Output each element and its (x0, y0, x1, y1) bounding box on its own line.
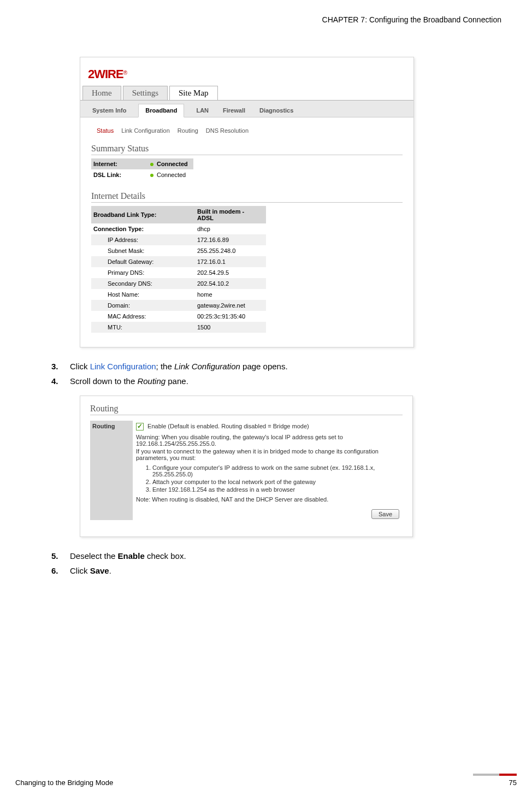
step-text: Scroll down to the Routing pane. (70, 376, 501, 386)
enable-label: Enable (Default is enabled. Routing disa… (147, 423, 309, 429)
detail-value: home (195, 289, 266, 300)
chapter-header: CHAPTER 7: Configuring the Broadband Con… (31, 15, 501, 24)
sub-tabs: System InfoBroadbandLANFirewallDiagnosti… (80, 101, 413, 117)
detail-value: gateway.2wire.net (195, 300, 266, 311)
page-number: 75 (509, 779, 517, 787)
main-tab-site-map[interactable]: Site Map (169, 86, 218, 100)
routing-pane-screenshot: Routing Routing Enable (Default is enabl… (80, 396, 413, 537)
brand-logo: 2WIRE (88, 67, 123, 81)
status-label: Internet: (91, 158, 148, 169)
summary-status-title: Summary Status (91, 144, 403, 155)
detail-value: 172.16.6.89 (195, 234, 266, 245)
detail-value: 202.54.29.5 (195, 267, 266, 278)
internet-details-title: Internet Details (91, 191, 403, 203)
sub-tab-lan[interactable]: LAN (194, 104, 211, 117)
status-label: DSL Link: (91, 169, 148, 180)
detail-value: 255.255.248.0 (195, 245, 266, 256)
detail-label: Host Name: (91, 289, 195, 300)
subnav-status[interactable]: Status (97, 127, 114, 134)
step-number: 3. (51, 362, 70, 371)
routing-steps-list: Configure your computer's IP address to … (152, 464, 399, 493)
sub-tab-diagnostics[interactable]: Diagnostics (257, 104, 295, 117)
routing-warning: Warning: When you disable routing, the g… (136, 434, 399, 447)
step-number: 6. (51, 566, 70, 575)
sub-nav: StatusLink ConfigurationRoutingDNS Resol… (91, 122, 403, 140)
detail-label: Connection Type: (91, 223, 195, 234)
save-button[interactable]: Save (371, 509, 399, 519)
step-number: 5. (51, 551, 70, 561)
enable-checkbox[interactable] (136, 423, 144, 431)
instruction-list: 3. Click Link Configuration; the Link Co… (51, 362, 501, 386)
step-number: 4. (51, 376, 70, 386)
internet-details-table: Broadband Link Type:Built in modem - ADS… (91, 206, 266, 333)
subnav-link-configuration[interactable]: Link Configuration (121, 127, 170, 134)
router-ui-screenshot: 2WIRE® HomeSettingsSite Map System InfoB… (80, 57, 414, 347)
status-dot-icon (150, 174, 153, 177)
summary-status-table: Internet:ConnectedDSL Link:Connected (91, 158, 193, 180)
main-tab-home[interactable]: Home (82, 86, 121, 100)
detail-value: dhcp (195, 223, 266, 234)
subnav-dns-resolution[interactable]: DNS Resolution (206, 127, 249, 134)
status-value: Connected (148, 169, 193, 180)
sub-tab-broadband[interactable]: Broadband (138, 104, 184, 117)
detail-label: Subnet Mask: (91, 245, 195, 256)
step-text: Click Save. (70, 566, 501, 575)
page-footer: Changing to the Bridging Mode 75 (15, 779, 517, 787)
list-item: Enter 192.168.1.254 as the address in a … (152, 486, 399, 493)
detail-label: MTU: (91, 322, 195, 333)
main-tabs: HomeSettingsSite Map (80, 86, 413, 101)
detail-value: 00:25:3c:91:35:40 (195, 311, 266, 322)
detail-value: 1500 (195, 322, 266, 333)
detail-value: Built in modem - ADSL (195, 206, 266, 223)
link-configuration-link[interactable]: Link Configuration (90, 362, 156, 371)
status-value: Connected (148, 158, 193, 169)
step-text: Deselect the Enable check box. (70, 551, 501, 561)
routing-section-title: Routing (90, 404, 403, 415)
detail-label: Primary DNS: (91, 267, 195, 278)
detail-value: 172.16.0.1 (195, 256, 266, 267)
subnav-routing[interactable]: Routing (178, 127, 198, 134)
detail-label: MAC Address: (91, 311, 195, 322)
detail-label: IP Address: (91, 234, 195, 245)
routing-warning2: If you want to connect to the gateway wh… (136, 448, 399, 461)
footer-section-title: Changing to the Bridging Mode (15, 779, 113, 787)
step-text: Click Link Configuration; the Link Confi… (70, 362, 501, 371)
detail-label: Default Gateway: (91, 256, 195, 267)
detail-value: 202.54.10.2 (195, 278, 266, 289)
detail-label: Domain: (91, 300, 195, 311)
sub-tab-system-info[interactable]: System Info (90, 104, 128, 117)
routing-label: Routing (90, 421, 133, 520)
sub-tab-firewall[interactable]: Firewall (221, 104, 247, 117)
footer-decoration (473, 774, 517, 776)
list-item: Attach your computer to the local networ… (152, 479, 399, 485)
routing-note: Note: When routing is disabled, NAT and … (136, 496, 399, 503)
main-tab-settings[interactable]: Settings (123, 86, 168, 100)
status-dot-icon (150, 163, 153, 166)
detail-label: Broadband Link Type: (91, 206, 195, 223)
detail-label: Secondary DNS: (91, 278, 195, 289)
instruction-list: 5. Deselect the Enable check box. 6. Cli… (51, 551, 501, 575)
list-item: Configure your computer's IP address to … (152, 464, 399, 477)
